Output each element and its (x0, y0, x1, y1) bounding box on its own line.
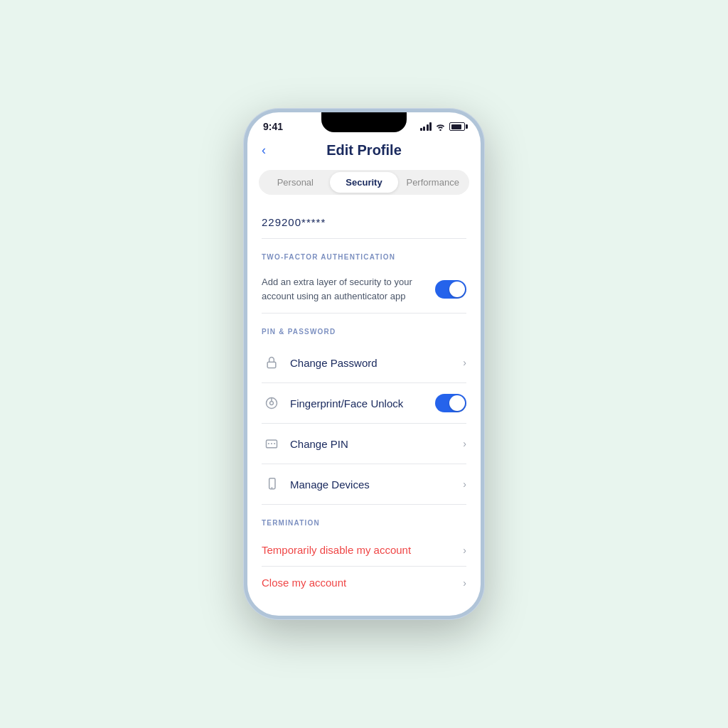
manage-devices-chevron: › (463, 478, 466, 490)
fingerprint-toggle[interactable] (435, 394, 466, 412)
tabs-container: Personal Security Performance (259, 170, 469, 195)
fingerprint-icon (262, 393, 282, 413)
change-pin-label: Change PIN (290, 438, 463, 450)
close-account-row[interactable]: Close my account › (262, 567, 466, 599)
phone-frame: 9:41 ‹ Edit Profile (243, 108, 485, 620)
two-fa-description: Add an extra layer of security to your a… (262, 275, 435, 303)
termination-section-label: TERMINATION (262, 519, 466, 527)
tab-personal[interactable]: Personal (261, 172, 330, 193)
header: ‹ Edit Profile (247, 135, 481, 167)
lock-icon (262, 353, 282, 373)
fingerprint-row[interactable]: Fingerprint/Face Unlock (262, 383, 466, 424)
manage-devices-label: Manage Devices (290, 478, 463, 491)
screen-content[interactable]: ‹ Edit Profile Personal Security Perform… (247, 135, 481, 616)
change-password-row[interactable]: Change Password › (262, 343, 466, 383)
disable-account-label: Temporarily disable my account (262, 544, 463, 556)
pin-section-label: PIN & PASSWORD (262, 328, 466, 336)
close-account-label: Close my account (262, 577, 463, 589)
two-fa-row: Add an extra layer of security to your a… (262, 268, 466, 314)
change-password-label: Change Password (290, 357, 463, 369)
tab-security[interactable]: Security (330, 172, 399, 193)
page-title: Edit Profile (326, 142, 402, 159)
status-icons (420, 122, 466, 131)
disable-account-chevron: › (463, 545, 466, 556)
signal-icon (420, 122, 432, 131)
back-button[interactable]: ‹ (262, 143, 266, 158)
fingerprint-label: Fingerprint/Face Unlock (290, 397, 432, 410)
svg-point-0 (439, 129, 441, 131)
tab-performance[interactable]: Performance (398, 172, 467, 193)
password-display: 229200***** (262, 206, 466, 239)
manage-devices-row[interactable]: Manage Devices › (262, 464, 466, 505)
svg-rect-1 (267, 362, 276, 368)
two-fa-toggle[interactable] (435, 280, 466, 299)
change-pin-row[interactable]: Change PIN › (262, 424, 466, 464)
phone-screen: 9:41 ‹ Edit Profile (247, 112, 481, 616)
close-account-chevron: › (463, 577, 466, 589)
disable-account-row[interactable]: Temporarily disable my account › (262, 534, 466, 567)
wifi-icon (435, 122, 446, 131)
content-area: 229200***** TWO-FACTOR AUTHENTICATION Ad… (247, 206, 481, 599)
device-icon (262, 474, 282, 494)
change-password-chevron: › (463, 357, 466, 368)
toggle-knob (449, 282, 465, 297)
change-pin-chevron: › (463, 438, 466, 449)
notch (321, 112, 407, 132)
battery-icon (449, 122, 465, 131)
two-fa-section-label: TWO-FACTOR AUTHENTICATION (262, 253, 466, 261)
pin-icon (262, 434, 282, 454)
fingerprint-toggle-knob (449, 395, 465, 411)
status-time: 9:41 (263, 121, 283, 132)
